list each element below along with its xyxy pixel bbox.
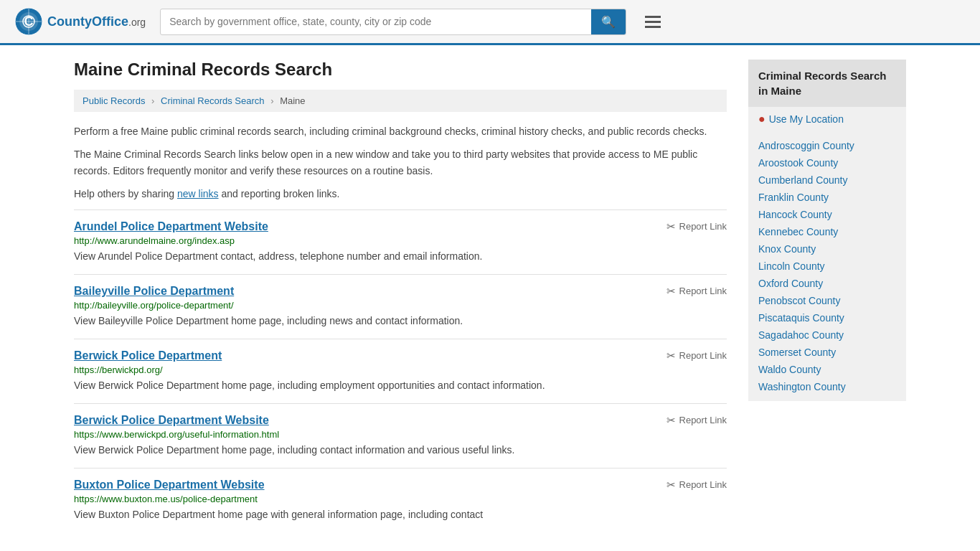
- report-link-btn-1[interactable]: ✂ Report Link: [666, 285, 727, 298]
- result-title-2[interactable]: Berwick Police Department: [74, 349, 222, 362]
- sidebar-county-link-13[interactable]: Waldo County: [758, 364, 821, 375]
- report-link-label-1: Report Link: [679, 286, 727, 296]
- logo-icon: C: [14, 7, 43, 36]
- description-line1: Perform a free Maine public criminal rec…: [74, 123, 727, 139]
- result-title-4[interactable]: Buxton Police Department Website: [74, 479, 265, 491]
- scissors-icon-2: ✂: [666, 349, 676, 362]
- sidebar-county-item: Franklin County: [748, 189, 906, 206]
- sidebar-county-item: Kennebec County: [748, 223, 906, 240]
- scissors-icon-3: ✂: [666, 414, 676, 427]
- sidebar-county-item: Somerset County: [748, 344, 906, 361]
- result-item: Buxton Police Department Website ✂ Repor…: [74, 468, 727, 532]
- report-link-btn-0[interactable]: ✂ Report Link: [666, 220, 727, 233]
- results-list: Arundel Police Department Website ✂ Repo…: [74, 209, 727, 532]
- scissors-icon-4: ✂: [666, 479, 676, 491]
- sidebar-county-item: Penobscot County: [748, 292, 906, 309]
- sidebar-county-item: Hancock County: [748, 206, 906, 223]
- sidebar-county-item: Cumberland County: [748, 171, 906, 189]
- sidebar-county-item: Oxford County: [748, 275, 906, 292]
- sidebar-county-link-7[interactable]: Lincoln County: [758, 260, 825, 272]
- result-desc-4: View Buxton Police Department home page …: [74, 507, 727, 522]
- sidebar-county-link-5[interactable]: Kennebec County: [758, 226, 838, 237]
- page-title: Maine Criminal Records Search: [74, 60, 727, 80]
- sidebar-county-link-14[interactable]: Washington County: [758, 381, 846, 392]
- description-prefix: Help others by sharing: [74, 188, 177, 199]
- sidebar-county-item: Androscoggin County: [748, 137, 906, 154]
- scissors-icon-0: ✂: [666, 220, 676, 233]
- breadcrumb-sep2: ›: [270, 95, 273, 106]
- result-item: Berwick Police Department ✂ Report Link …: [74, 339, 727, 403]
- breadcrumb: Public Records › Criminal Records Search…: [74, 90, 727, 112]
- hamburger-line: [645, 26, 661, 28]
- sidebar-county-item: Knox County: [748, 240, 906, 258]
- result-title-1[interactable]: Baileyville Police Department: [74, 285, 234, 298]
- result-item: Baileyville Police Department ✂ Report L…: [74, 274, 727, 339]
- description-line2: The Maine Criminal Records Search links …: [74, 146, 727, 179]
- report-link-label-2: Report Link: [679, 350, 727, 361]
- location-icon: ●: [758, 113, 765, 126]
- menu-button[interactable]: [641, 11, 665, 32]
- description-suffix: and reporting broken links.: [219, 188, 340, 199]
- scissors-icon-1: ✂: [666, 285, 676, 298]
- result-url-3[interactable]: https://www.berwickpd.org/useful-informa…: [74, 429, 727, 440]
- new-links-link[interactable]: new links: [177, 188, 219, 199]
- report-link-label-4: Report Link: [679, 479, 727, 490]
- sidebar-county-link-3[interactable]: Franklin County: [758, 192, 829, 203]
- result-url-1[interactable]: http://baileyville.org/police-department…: [74, 300, 727, 311]
- breadcrumb-link-public-records[interactable]: Public Records: [83, 95, 145, 106]
- county-list: Androscoggin CountyAroostook CountyCumbe…: [748, 131, 906, 401]
- result-title-0[interactable]: Arundel Police Department Website: [74, 220, 268, 233]
- report-link-btn-3[interactable]: ✂ Report Link: [666, 414, 727, 427]
- sidebar-county-item: Aroostook County: [748, 154, 906, 171]
- sidebar: Criminal Records Search in Maine ● Use M…: [748, 60, 906, 532]
- sidebar-county-link-9[interactable]: Penobscot County: [758, 295, 840, 306]
- sidebar-county-link-2[interactable]: Cumberland County: [758, 174, 848, 186]
- result-url-2[interactable]: https://berwickpd.org/: [74, 364, 727, 375]
- breadcrumb-current: Maine: [280, 95, 305, 106]
- report-link-btn-4[interactable]: ✂ Report Link: [666, 479, 727, 491]
- result-item: Arundel Police Department Website ✂ Repo…: [74, 209, 727, 274]
- report-link-btn-2[interactable]: ✂ Report Link: [666, 349, 727, 362]
- report-link-label-3: Report Link: [679, 415, 727, 425]
- sidebar-county-item: Washington County: [748, 378, 906, 395]
- description-line3: Help others by sharing new links and rep…: [74, 186, 727, 202]
- sidebar-county-link-8[interactable]: Oxford County: [758, 278, 823, 289]
- logo-label: CountyOffice.org: [47, 14, 146, 29]
- hamburger-line: [645, 16, 661, 18]
- use-location-label: Use My Location: [769, 113, 844, 125]
- breadcrumb-sep: ›: [151, 95, 154, 106]
- result-url-4[interactable]: https://www.buxton.me.us/police-departme…: [74, 494, 727, 504]
- sidebar-county-item: Sagadahoc County: [748, 326, 906, 344]
- sidebar-county-item: Piscataquis County: [748, 309, 906, 326]
- sidebar-county-item: Waldo County: [748, 361, 906, 378]
- use-my-location-btn[interactable]: ● Use My Location: [748, 107, 906, 131]
- result-url-0[interactable]: http://www.arundelmaine.org/index.asp: [74, 235, 727, 246]
- report-link-label-0: Report Link: [679, 221, 727, 232]
- logo[interactable]: C CountyOffice.org: [14, 7, 146, 36]
- result-desc-0: View Arundel Police Department contact, …: [74, 249, 727, 264]
- breadcrumb-link-criminal[interactable]: Criminal Records Search: [161, 95, 265, 106]
- sidebar-county-item: Lincoln County: [748, 258, 906, 275]
- result-desc-1: View Baileyville Police Department home …: [74, 314, 727, 329]
- search-bar: 🔍: [160, 9, 626, 35]
- hamburger-line: [645, 21, 661, 23]
- sidebar-county-link-10[interactable]: Piscataquis County: [758, 312, 844, 324]
- sidebar-county-link-0[interactable]: Androscoggin County: [758, 140, 854, 151]
- search-icon: 🔍: [601, 16, 616, 28]
- result-title-3[interactable]: Berwick Police Department Website: [74, 414, 269, 427]
- sidebar-county-link-12[interactable]: Somerset County: [758, 347, 836, 358]
- search-input[interactable]: [161, 10, 591, 33]
- search-button[interactable]: 🔍: [591, 9, 626, 34]
- sidebar-county-link-6[interactable]: Knox County: [758, 243, 816, 255]
- sidebar-county-link-1[interactable]: Aroostook County: [758, 157, 838, 169]
- result-item: Berwick Police Department Website ✂ Repo…: [74, 403, 727, 468]
- result-desc-3: View Berwick Police Department home page…: [74, 443, 727, 458]
- sidebar-county-link-11[interactable]: Sagadahoc County: [758, 329, 844, 341]
- sidebar-county-link-4[interactable]: Hancock County: [758, 209, 832, 220]
- result-desc-2: View Berwick Police Department home page…: [74, 378, 727, 393]
- sidebar-title: Criminal Records Search in Maine: [748, 60, 906, 107]
